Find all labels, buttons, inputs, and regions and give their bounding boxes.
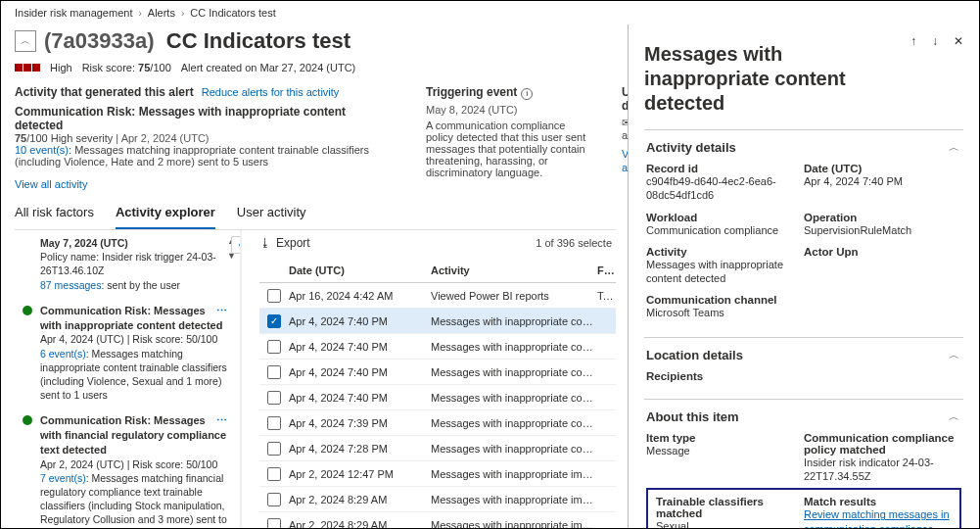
row-date: Apr 4, 2024 7:28 PM <box>289 443 431 455</box>
table-row[interactable]: Apr 2, 2024 8:29 AMMessages with inappro… <box>259 487 616 512</box>
row-activity: Messages with inappropriate images … <box>431 468 597 480</box>
export-button[interactable]: ⭳Export <box>259 236 310 250</box>
view-all-activity-link[interactable]: View all activity <box>15 178 87 190</box>
activity-grid: ⭳Export 1 of 396 selecte Date (UTC) Acti… <box>242 230 616 528</box>
tab-list: All risk factors Activity explorer User … <box>15 199 616 230</box>
table-row[interactable]: Apr 4, 2024 7:39 PMMessages with inappro… <box>259 410 616 436</box>
table-row[interactable]: Apr 4, 2024 7:40 PMMessages with inappro… <box>259 385 616 410</box>
row-file: Test-Report-1 <box>597 290 616 302</box>
col-date[interactable]: Date (UTC) <box>289 264 431 276</box>
operation-value: SupervisionRuleMatch <box>804 223 961 237</box>
checkbox[interactable] <box>267 340 281 354</box>
table-header: Date (UTC) Activity File name <box>259 258 616 283</box>
timeline-events-link[interactable]: 7 event(s) <box>40 472 86 484</box>
reduce-alerts-link[interactable]: Reduce alerts for this activity <box>202 86 340 98</box>
item-type-value: Message <box>646 444 804 457</box>
table-row[interactable]: Apr 4, 2024 7:40 PMMessages with inappro… <box>259 334 616 360</box>
checkbox[interactable]: ✓ <box>267 314 281 328</box>
timeline-item[interactable]: ⋯Communication Risk: Messages with inapp… <box>15 302 234 412</box>
more-icon[interactable]: ⋯ <box>216 413 228 427</box>
activity-details-head[interactable]: Activity details <box>646 140 961 155</box>
match-results-label: Match results <box>804 496 952 507</box>
chevron-up-icon[interactable]: ︿ <box>949 348 959 362</box>
activity-label: Activity <box>646 246 804 258</box>
row-date: Apr 2, 2024 8:29 AM <box>289 519 431 529</box>
row-date: Apr 4, 2024 7:39 PM <box>289 417 431 429</box>
breadcrumb-current: CC Indicators test <box>190 7 275 19</box>
policy-sev-line: 75/100 High severity | Apr 2, 2024 (UTC) <box>15 132 397 144</box>
timeline-events-link[interactable]: 87 messages <box>40 279 101 291</box>
chevron-right-icon: › <box>138 8 141 19</box>
row-activity: Messages with inappropriate content … <box>431 366 597 378</box>
info-icon[interactable]: i <box>521 88 533 100</box>
row-date: Apr 2, 2024 12:47 PM <box>289 468 431 480</box>
table-row[interactable]: Apr 2, 2024 12:47 PMMessages with inappr… <box>259 461 616 487</box>
page-title: (7a03933a) CC Indicators test <box>44 28 350 54</box>
col-file[interactable]: File name <box>597 264 616 276</box>
row-date: Apr 16, 2024 4:42 AM <box>289 290 431 302</box>
table-row[interactable]: ✓Apr 4, 2024 7:40 PMMessages with inappr… <box>259 309 616 334</box>
arrow-up-icon[interactable]: ↑ <box>910 34 916 48</box>
download-icon: ⭳ <box>259 236 271 250</box>
location-details-head[interactable]: Location details <box>646 348 961 362</box>
timeline-item[interactable]: May 7, 2024 (UTC)Policy name: Insider ri… <box>15 234 234 302</box>
row-activity: Messages with inappropriate content … <box>431 417 597 429</box>
checkbox[interactable] <box>267 442 281 456</box>
activity-value: Messages with inappropriate content dete… <box>646 258 804 286</box>
checkbox[interactable] <box>267 365 281 379</box>
breadcrumb-root[interactable]: Insider risk management <box>15 7 132 19</box>
date-value: Apr 4, 2024 7:40 PM <box>804 174 961 188</box>
row-activity: Messages with inappropriate content … <box>431 443 597 455</box>
checkbox[interactable] <box>267 518 281 529</box>
risk-score: Risk score: 75/100 <box>82 62 171 73</box>
col-activity[interactable]: Activity <box>431 264 597 276</box>
tab-risk-factors[interactable]: All risk factors <box>15 199 94 229</box>
row-date: Apr 4, 2024 7:40 PM <box>289 341 431 353</box>
timeline: ▲▼ ‹ May 7, 2024 (UTC)Policy name: Insid… <box>15 230 242 528</box>
more-icon[interactable]: ⋯ <box>216 304 228 317</box>
timeline-events-link[interactable]: 6 event(s) <box>40 348 86 360</box>
row-date: Apr 4, 2024 7:40 PM <box>289 366 431 378</box>
workload-label: Workload <box>646 212 804 223</box>
breadcrumb-alerts[interactable]: Alerts <box>148 7 175 19</box>
status-dot-icon <box>23 306 32 315</box>
policy-events: 10 event(s): Messages matching inappropr… <box>15 144 397 168</box>
table-row[interactable]: Apr 4, 2024 7:28 PMMessages with inappro… <box>259 436 616 461</box>
record-id-label: Record id <box>646 163 804 174</box>
collapse-icon[interactable]: ︿ <box>15 30 36 52</box>
close-icon[interactable]: ✕ <box>954 34 963 48</box>
checkbox[interactable] <box>267 493 281 506</box>
table-row[interactable]: Apr 4, 2024 7:40 PMMessages with inappro… <box>259 360 616 385</box>
tab-activity-explorer[interactable]: Activity explorer <box>116 199 215 229</box>
policy-matched-value: Insider risk indicator 24-03-22T17.34.55… <box>804 456 961 484</box>
table-row[interactable]: Apr 2, 2024 8:29 AMMessages with inappro… <box>259 512 616 528</box>
checkbox[interactable] <box>267 467 281 481</box>
tab-user-activity[interactable]: User activity <box>237 199 306 229</box>
arrow-down-icon[interactable]: ↓ <box>932 34 938 48</box>
triggering-event-head: Triggering eventi <box>426 85 592 100</box>
timeline-item[interactable]: ⋯Communication Risk: Messages with finan… <box>15 411 234 528</box>
checkbox[interactable] <box>267 289 281 303</box>
breadcrumb: Insider risk management › Alerts › CC In… <box>1 1 979 24</box>
events-link[interactable]: 10 event(s) <box>15 144 69 156</box>
status-dot-icon <box>23 415 32 425</box>
chevron-up-icon[interactable]: ︿ <box>949 409 959 424</box>
row-activity: Messages with inappropriate content … <box>431 392 597 404</box>
channel-value: Microsoft Teams <box>646 306 961 319</box>
row-activity: Messages with inappropriate images … <box>431 494 597 505</box>
chevron-right-icon: › <box>181 8 184 19</box>
table-row[interactable]: Apr 16, 2024 4:42 AMViewed Power BI repo… <box>259 283 616 309</box>
recipients-label: Recipients <box>646 370 961 382</box>
about-item-head[interactable]: About this item <box>646 409 961 424</box>
operation-label: Operation <box>804 212 961 223</box>
row-date: Apr 4, 2024 7:40 PM <box>289 315 431 327</box>
checkbox[interactable] <box>267 416 281 430</box>
workload-value: Communication compliance <box>646 223 804 237</box>
alert-title: CC Indicators test <box>166 28 350 53</box>
trigger-desc: A communication compliance policy detect… <box>426 120 592 178</box>
checkbox[interactable] <box>267 391 281 405</box>
review-messages-link[interactable]: Review matching messages in communicatio… <box>804 508 950 528</box>
detail-flyout: ↑ ↓ ✕ Messages with inappropriate conten… <box>628 24 979 528</box>
date-label: Date (UTC) <box>804 163 961 174</box>
chevron-up-icon[interactable]: ︿ <box>949 140 959 155</box>
